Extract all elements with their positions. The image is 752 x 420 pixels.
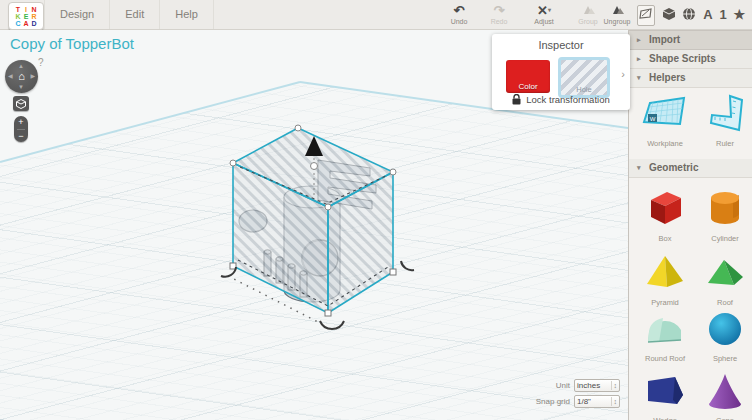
undo-icon: ↶ <box>440 3 478 18</box>
shape-round-roof[interactable]: Round Roof <box>641 310 689 363</box>
helper-ruler[interactable]: Ruler <box>701 93 749 148</box>
section-geometric[interactable]: ▾ Geometric <box>629 159 752 178</box>
svg-text:W: W <box>650 116 656 122</box>
inspector-title: Inspector <box>492 34 630 51</box>
zoom-out-button[interactable]: − <box>14 130 28 142</box>
expanded-arrow-icon: ▾ <box>637 69 641 87</box>
shape-wedge[interactable]: Wedge <box>641 370 689 420</box>
undo-button[interactable]: ↶ Undo <box>440 3 478 25</box>
redo-icon: ↷ <box>480 3 518 18</box>
number-category-icon[interactable]: 1 <box>719 8 726 22</box>
menu-design[interactable]: Design <box>44 0 110 29</box>
zoom-control: + − <box>14 116 28 142</box>
snap-grid-select[interactable]: 1/8" ↕ <box>574 395 620 408</box>
section-shape-scripts[interactable]: ▸ Shape Scripts <box>629 50 752 69</box>
inspector-expand-icon[interactable]: › <box>621 68 625 80</box>
unit-stepper-icon: ↕ <box>611 381 618 390</box>
lock-transformation-toggle[interactable]: Lock transformation <box>492 94 630 105</box>
selected-model-group[interactable] <box>200 100 430 340</box>
lock-icon <box>512 94 521 105</box>
shapes-sidebar: ▸ Import ▸ Shape Scripts ▾ Helpers W <box>628 30 752 420</box>
helper-workplane[interactable]: W Workplane <box>639 91 691 148</box>
geometric-content: Box Cylinder Pyramid <box>629 178 752 392</box>
menu-help[interactable]: Help <box>160 0 214 29</box>
helpers-content: W Workplane Ruler <box>629 88 752 159</box>
ruler-thumb-icon <box>705 93 745 135</box>
pyramid-icon <box>643 250 687 294</box>
section-helpers[interactable]: ▾ Helpers <box>629 69 752 88</box>
grid-settings: Unit inches ↕ Snap grid 1/8" ↕ <box>536 376 620 408</box>
cylinder-icon <box>703 186 747 230</box>
perspective-toggle-button[interactable] <box>13 96 29 111</box>
tinkercad-logo[interactable]: TIN KER CAD <box>8 2 44 30</box>
favorites-category-icon[interactable]: ★ <box>734 8 746 22</box>
shape-category-icons: A 1 ★ <box>630 0 752 30</box>
shape-roof[interactable]: Roof <box>701 250 749 307</box>
menu-edit[interactable]: Edit <box>110 0 160 29</box>
text-category-icon[interactable]: A <box>703 8 712 22</box>
adjust-icon: ✕▾ <box>522 3 566 18</box>
unit-label: Unit <box>556 381 570 390</box>
collapsed-arrow-icon: ▸ <box>637 31 641 49</box>
sphere-icon <box>703 310 747 350</box>
menu-list: Design Edit Help <box>44 0 214 29</box>
redo-button[interactable]: ↷ Redo <box>480 3 518 25</box>
tinkercad-logo-letters: TIN KER CAD <box>14 6 38 27</box>
orbit-pad[interactable]: ▲ ▼ ◀ ▶ ⌂ <box>5 60 38 93</box>
cone-icon <box>703 370 747 412</box>
color-chip[interactable]: Color <box>506 60 550 93</box>
wedge-icon <box>643 370 687 412</box>
shape-cylinder[interactable]: Cylinder <box>701 186 749 243</box>
shape-pyramid[interactable]: Pyramid <box>641 250 689 307</box>
help-button[interactable]: ? <box>38 57 44 68</box>
unit-select[interactable]: inches ↕ <box>574 379 620 392</box>
hole-chip-selected[interactable]: Hole <box>558 57 610 98</box>
community-category-icon[interactable] <box>682 7 696 24</box>
adjust-caret-icon: ▾ <box>548 7 551 13</box>
workplane-category-icon[interactable] <box>637 5 655 26</box>
snap-stepper-icon: ↕ <box>611 397 618 406</box>
perspective-cube-icon <box>16 99 26 109</box>
home-view-icon[interactable]: ⌂ <box>5 60 38 93</box>
shape-box[interactable]: Box <box>641 186 689 243</box>
top-menubar: TIN KER CAD Design Edit Help ↶ Undo ↷ Re… <box>0 0 752 30</box>
shape-cone[interactable]: Cone <box>701 370 749 420</box>
adjust-button[interactable]: ✕▾ Adjust <box>522 3 566 25</box>
design-title[interactable]: Copy of TopperBot <box>10 35 134 52</box>
roof-icon <box>703 250 747 294</box>
snap-grid-label: Snap grid <box>536 397 570 406</box>
section-import[interactable]: ▸ Import <box>629 30 752 50</box>
solids-category-icon[interactable] <box>662 7 676 24</box>
inspector-panel: Inspector Color Hole › Lock transformati… <box>492 34 630 110</box>
tinkercad-window: TIN KER CAD Design Edit Help ↶ Undo ↷ Re… <box>0 0 752 420</box>
round-roof-icon <box>643 310 687 350</box>
collapsed-arrow-icon: ▸ <box>637 50 641 68</box>
zoom-in-button[interactable]: + <box>14 116 28 128</box>
box-icon <box>643 186 687 230</box>
shape-sphere[interactable]: Sphere <box>701 310 749 363</box>
workplane-thumb-icon: W <box>642 91 688 135</box>
expanded-arrow-icon: ▾ <box>637 159 641 177</box>
